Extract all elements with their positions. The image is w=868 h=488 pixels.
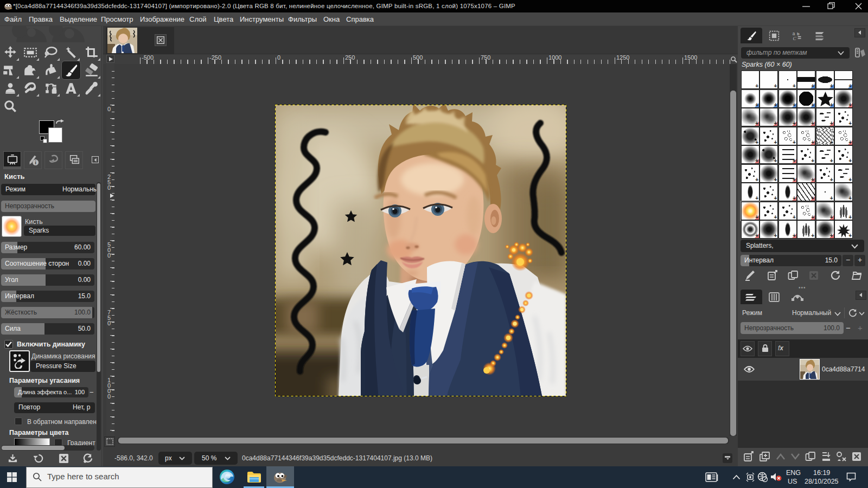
svg-text:i: i <box>35 160 36 165</box>
svg-text:b: b <box>797 31 800 36</box>
svg-text:C: C <box>793 36 797 41</box>
